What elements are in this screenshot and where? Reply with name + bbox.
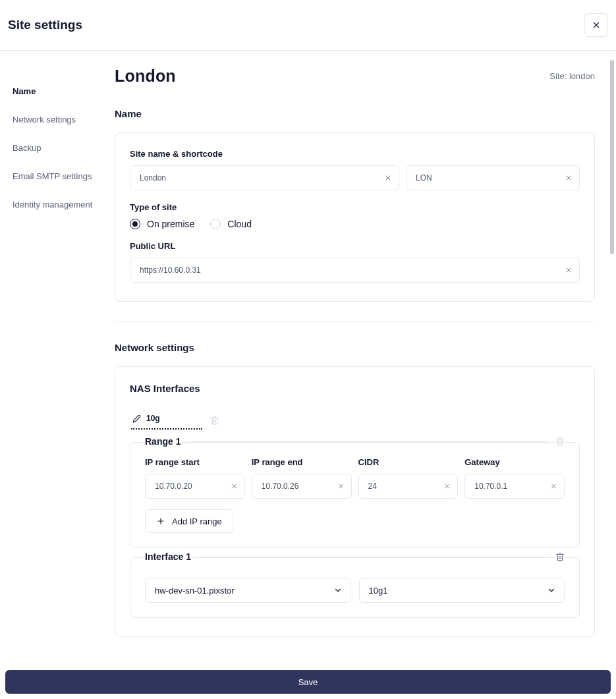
pencil-icon xyxy=(132,414,141,423)
radio-label: Cloud xyxy=(227,219,252,229)
network-card: NAS Interfaces 10g xyxy=(115,366,595,637)
interface-port-select[interactable]: 10g1 xyxy=(359,578,565,603)
radio-label: On premise xyxy=(147,219,194,229)
close-icon xyxy=(592,20,601,30)
add-ip-range-label: Add IP range xyxy=(172,517,222,526)
sidebar-item-name[interactable]: Name xyxy=(0,77,115,105)
clear-icon[interactable] xyxy=(565,174,573,182)
label-gateway: Gateway xyxy=(464,457,565,467)
clear-icon[interactable] xyxy=(443,483,451,490)
interface-box: Interface 1 hw-dev-sn-01.pixstor xyxy=(130,557,580,618)
clear-icon[interactable] xyxy=(550,483,557,490)
gateway-input[interactable] xyxy=(474,482,543,491)
modal-header: Site settings xyxy=(0,0,616,51)
modal-title: Site settings xyxy=(8,18,82,32)
trash-icon-disabled xyxy=(555,437,565,446)
divider-line xyxy=(190,441,547,442)
nas-tab-editable[interactable]: 10g xyxy=(131,411,202,430)
main-content: London Site: london Name Site name & sho… xyxy=(115,51,616,669)
trash-icon-disabled xyxy=(210,416,219,425)
clear-icon[interactable] xyxy=(337,483,345,490)
range-box: Range 1 IP range start xyxy=(130,442,580,548)
sidebar-item-email[interactable]: Email SMTP settings xyxy=(0,162,115,190)
cidr-input[interactable] xyxy=(368,482,437,491)
close-button[interactable] xyxy=(584,13,608,37)
chevron-down-icon xyxy=(547,586,556,595)
label-ip-end: IP range end xyxy=(252,457,352,467)
ip-start-input-wrap xyxy=(145,474,245,499)
radio-cloud[interactable]: Cloud xyxy=(210,219,252,229)
section-title-network: Network settings xyxy=(115,342,595,353)
interface-host-select[interactable]: hw-dev-sn-01.pixstor xyxy=(145,578,351,603)
site-tag: Site: london xyxy=(549,71,595,81)
radio-icon-selected xyxy=(130,219,140,229)
sidebar-item-network[interactable]: Network settings xyxy=(0,105,115,134)
divider-line xyxy=(200,557,547,557)
sidebar: Name Network settings Backup Email SMTP … xyxy=(0,51,115,669)
cidr-input-wrap xyxy=(358,474,459,499)
clear-icon[interactable] xyxy=(231,483,238,490)
nas-interfaces-title: NAS Interfaces xyxy=(130,383,580,394)
sidebar-item-backup[interactable]: Backup xyxy=(0,134,115,162)
site-name-input[interactable] xyxy=(140,173,378,182)
shortcode-input-wrap xyxy=(406,165,580,190)
save-button[interactable]: Save xyxy=(5,670,611,694)
label-type-of-site: Type of site xyxy=(130,202,580,212)
radio-icon-unselected xyxy=(210,219,221,229)
range-title: Range 1 xyxy=(145,436,182,447)
radio-on-premise[interactable]: On premise xyxy=(130,219,194,229)
site-name-input-wrap xyxy=(130,165,399,190)
section-title-name: Name xyxy=(115,108,595,119)
ip-end-input-wrap xyxy=(252,474,352,499)
label-shortcode: Site name & shortcode xyxy=(130,149,580,159)
ip-end-input[interactable] xyxy=(262,482,330,491)
public-url-input-wrap xyxy=(130,258,580,283)
shortcode-input[interactable] xyxy=(416,173,558,182)
page-heading: London xyxy=(115,67,176,86)
interface-host-value: hw-dev-sn-01.pixstor xyxy=(155,586,235,596)
label-ip-start: IP range start xyxy=(145,457,245,467)
label-cidr: CIDR xyxy=(358,457,459,467)
delete-interface-button[interactable] xyxy=(555,552,565,561)
nas-tab-label: 10g xyxy=(146,414,160,423)
footer: Save xyxy=(0,665,616,699)
public-url-input[interactable] xyxy=(140,266,558,275)
scrollbar-thumb[interactable] xyxy=(610,60,614,254)
gateway-input-wrap xyxy=(464,474,565,499)
interface-port-value: 10g1 xyxy=(369,586,388,596)
interface-title: Interface 1 xyxy=(145,551,192,562)
clear-icon[interactable] xyxy=(384,174,392,182)
divider xyxy=(115,322,595,322)
plus-icon xyxy=(156,517,165,526)
add-ip-range-button[interactable]: Add IP range xyxy=(145,509,233,533)
chevron-down-icon xyxy=(333,586,343,595)
label-public-url: Public URL xyxy=(130,241,580,251)
sidebar-item-identity[interactable]: Identity management xyxy=(0,190,115,219)
name-card: Site name & shortcode xyxy=(115,132,595,302)
clear-icon[interactable] xyxy=(565,266,573,274)
ip-start-input[interactable] xyxy=(155,482,223,491)
